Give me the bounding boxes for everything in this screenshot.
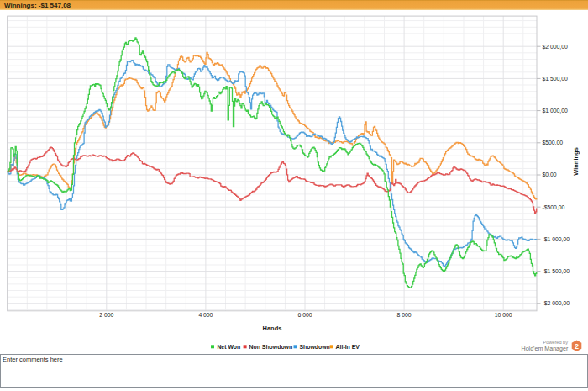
svg-text:All-In EV: All-In EV — [336, 344, 360, 350]
svg-text:$1 500,00: $1 500,00 — [543, 76, 568, 82]
svg-text:Winnings: Winnings — [572, 147, 580, 176]
svg-text:Net Won: Net Won — [217, 344, 240, 350]
svg-text:-$500,00: -$500,00 — [543, 204, 565, 210]
svg-text:Powered by: Powered by — [543, 340, 568, 345]
svg-text:$500,00: $500,00 — [543, 140, 564, 145]
svg-text:$1 000,00: $1 000,00 — [543, 108, 568, 114]
svg-text:-$1 500,00: -$1 500,00 — [543, 268, 570, 274]
svg-text:4 000: 4 000 — [198, 312, 213, 318]
svg-text:-$2 000,00: -$2 000,00 — [543, 300, 570, 306]
svg-text:2 000: 2 000 — [99, 312, 113, 318]
svg-text:8 000: 8 000 — [397, 312, 412, 318]
svg-text:$0,00: $0,00 — [543, 172, 557, 177]
svg-text:Showdown: Showdown — [299, 344, 329, 350]
svg-text:$2 000,00: $2 000,00 — [543, 44, 568, 50]
svg-text:Non Showdown: Non Showdown — [249, 344, 293, 350]
svg-text:Hold'em Manager: Hold'em Manager — [522, 346, 569, 352]
svg-text:Hands: Hands — [263, 325, 282, 332]
svg-text:2: 2 — [575, 342, 579, 351]
svg-text:10 000: 10 000 — [495, 312, 512, 318]
svg-text:-$1 000,00: -$1 000,00 — [543, 236, 570, 242]
svg-text:6 000: 6 000 — [297, 312, 312, 318]
